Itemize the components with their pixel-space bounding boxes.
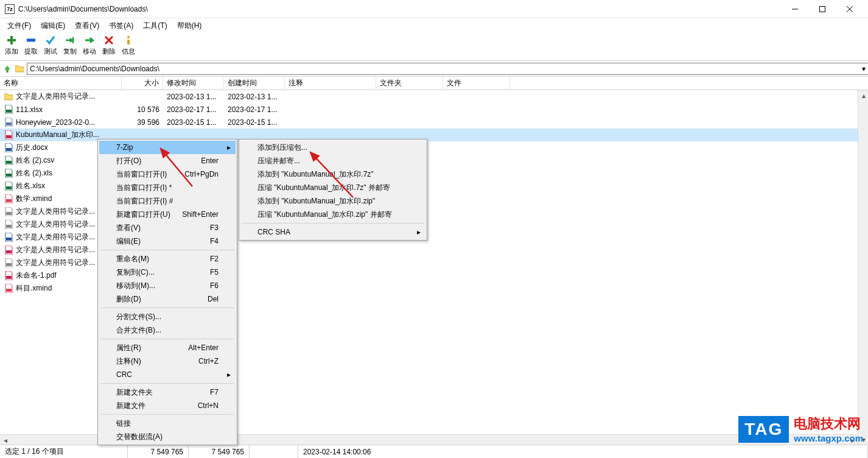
header-created[interactable]: 创建时间 (224, 77, 285, 90)
menu-item[interactable]: 删除(D)Del (99, 292, 236, 306)
close-button[interactable] (836, 0, 863, 18)
scroll-up-icon[interactable]: ▴ (858, 90, 868, 100)
minimize-button[interactable] (781, 0, 808, 18)
menu-item[interactable]: 查看(V)F3 (99, 221, 236, 234)
menu-item[interactable]: 压缩 "KubuntuManual_加水印.7z" 并邮寄 (240, 181, 425, 194)
menu-file[interactable]: 文件(F) (2, 19, 36, 32)
file-icon (4, 220, 13, 230)
file-size: 10 576 (122, 105, 163, 114)
menu-item[interactable]: 压缩 "KubuntuManual_加水印.zip" 并邮寄 (240, 208, 425, 221)
statusbar: 选定 1 / 16 个项目 7 549 765 7 549 765 2023-0… (0, 445, 868, 458)
file-name: 文字是人类用符号记录... (16, 91, 122, 102)
svg-rect-14 (6, 212, 12, 215)
dropdown-icon[interactable]: ▾ (862, 65, 866, 73)
header-comment[interactable]: 注释 (285, 77, 376, 90)
file-created: 2023-02-17 1... (224, 105, 285, 114)
menu-shortcut: Ctrl+Z (198, 357, 219, 365)
menu-item[interactable]: 7-Zip▸ (99, 141, 236, 154)
menu-item[interactable]: 移动到(M)...F6 (99, 279, 236, 292)
menu-shortcut: Enter (201, 157, 219, 165)
file-row[interactable]: Honeyview_2023-02-0...39 5962023-02-15 1… (0, 116, 858, 129)
menu-item-label: 7-Zip (116, 143, 133, 152)
app-icon: 7z (5, 4, 15, 14)
menu-view[interactable]: 查看(V) (70, 19, 104, 32)
menu-item[interactable]: 属性(R)Alt+Enter (99, 341, 236, 354)
menu-item[interactable]: 压缩并邮寄... (240, 154, 425, 167)
menu-item[interactable]: 重命名(M)F2 (99, 252, 236, 266)
file-icon (4, 207, 13, 217)
menu-item[interactable]: 分割文件(S)... (99, 310, 236, 323)
menu-item[interactable]: 复制到(C)...F5 (99, 266, 236, 279)
toolbar-test[interactable]: 测试 (41, 34, 60, 56)
menu-item[interactable]: 当前窗口打开(I)Ctrl+PgDn (99, 167, 236, 181)
move-icon (83, 34, 96, 46)
menu-item[interactable]: CRC▸ (99, 368, 236, 381)
file-icon (4, 118, 13, 127)
menu-item[interactable]: 合并文件(B)... (99, 323, 236, 337)
menu-item[interactable]: 新建窗口打开(U)Shift+Enter (99, 208, 236, 221)
menu-edit[interactable]: 编辑(E) (36, 19, 70, 32)
toolbar-copy[interactable]: 复制 (61, 34, 79, 56)
maximize-button[interactable] (808, 0, 836, 18)
file-icon (4, 233, 13, 242)
addressbar: ▾ (0, 61, 868, 77)
header-folders[interactable]: 文件夹 (376, 77, 443, 90)
menu-item[interactable]: 当前窗口打开(I) * (99, 181, 236, 194)
svg-rect-10 (6, 161, 12, 164)
toolbar-add[interactable]: 添加 (2, 34, 21, 56)
menu-item[interactable]: CRC SHA▸ (240, 225, 425, 239)
svg-rect-19 (6, 276, 12, 279)
header-name[interactable]: 名称 (0, 77, 122, 90)
menu-item[interactable]: 添加到 "KubuntuManual_加水印.7z" (240, 167, 425, 181)
menu-item-label: 复制到(C)... (116, 267, 155, 278)
status-size-a: 7 549 765 (128, 445, 189, 458)
menu-shortcut: F4 (210, 237, 219, 245)
menu-item[interactable]: 添加到压缩包... (240, 141, 425, 154)
copy-icon (64, 34, 76, 46)
menu-tools[interactable]: 工具(T) (138, 19, 172, 32)
file-icon (4, 143, 13, 153)
menu-item[interactable]: 添加到 "KubuntuManual_加水印.zip" (240, 194, 425, 208)
address-input[interactable] (27, 63, 868, 75)
svg-rect-20 (6, 289, 12, 292)
header-modified[interactable]: 修改时间 (163, 77, 224, 90)
file-row[interactable]: 文字是人类用符号记录...2023-02-13 1...2023-02-13 1… (0, 90, 858, 103)
svg-rect-15 (6, 225, 12, 228)
menu-bookmarks[interactable]: 书签(A) (104, 19, 138, 32)
file-size: 39 596 (122, 118, 163, 127)
menu-item-label: 注释(N) (116, 356, 141, 367)
menu-item-label: 当前窗口打开(I) # (116, 196, 173, 206)
toolbar-delete[interactable]: 删除 (100, 34, 118, 56)
header-size[interactable]: 大小 (122, 77, 163, 90)
menu-item-label: 添加到压缩包... (257, 143, 307, 153)
scrollbar-vertical[interactable]: ▴ ▾ (858, 90, 868, 445)
menu-item-label: 合并文件(B)... (116, 325, 161, 336)
toolbar-extract[interactable]: 提取 (22, 34, 40, 56)
toolbar-info[interactable]: 信息 (119, 34, 138, 56)
submenu-7zip: 添加到压缩包...压缩并邮寄...添加到 "KubuntuManual_加水印.… (239, 139, 427, 241)
menu-item[interactable]: 编辑(E)F4 (99, 234, 236, 248)
menu-item[interactable]: 链接 (99, 417, 236, 430)
file-row[interactable]: 111.xlsx10 5762023-02-17 1...2023-02-17 … (0, 103, 858, 116)
file-modified: 2023-02-15 1... (163, 118, 224, 127)
toolbar-move[interactable]: 移动 (80, 34, 99, 56)
menu-help[interactable]: 帮助(H) (172, 19, 207, 32)
menu-item-label: 添加到 "KubuntuManual_加水印.7z" (257, 169, 374, 180)
menu-item[interactable]: 交替数据流(A) (99, 430, 236, 443)
scroll-left-icon[interactable]: ◂ (0, 435, 10, 445)
file-created: 2023-02-13 1... (224, 93, 285, 101)
file-icon (4, 284, 13, 294)
toolbar: 添加 提取 测试 复制 移动 删除 信息 (0, 33, 868, 61)
file-name: 111.xlsx (16, 105, 122, 114)
menu-item-label: 添加到 "KubuntuManual_加水印.zip" (257, 196, 375, 206)
svg-rect-1 (819, 6, 825, 12)
menu-item[interactable]: 新建文件Ctrl+N (99, 399, 236, 412)
menu-item[interactable]: 当前窗口打开(I) # (99, 194, 236, 208)
svg-rect-5 (127, 40, 130, 44)
menu-item[interactable]: 新建文件夹F7 (99, 386, 236, 399)
submenu-arrow-icon: ▸ (227, 143, 231, 152)
menu-item[interactable]: 打开(O)Enter (99, 154, 236, 167)
up-icon[interactable] (2, 64, 12, 74)
menu-item[interactable]: 注释(N)Ctrl+Z (99, 354, 236, 368)
header-files[interactable]: 文件 (443, 77, 510, 90)
